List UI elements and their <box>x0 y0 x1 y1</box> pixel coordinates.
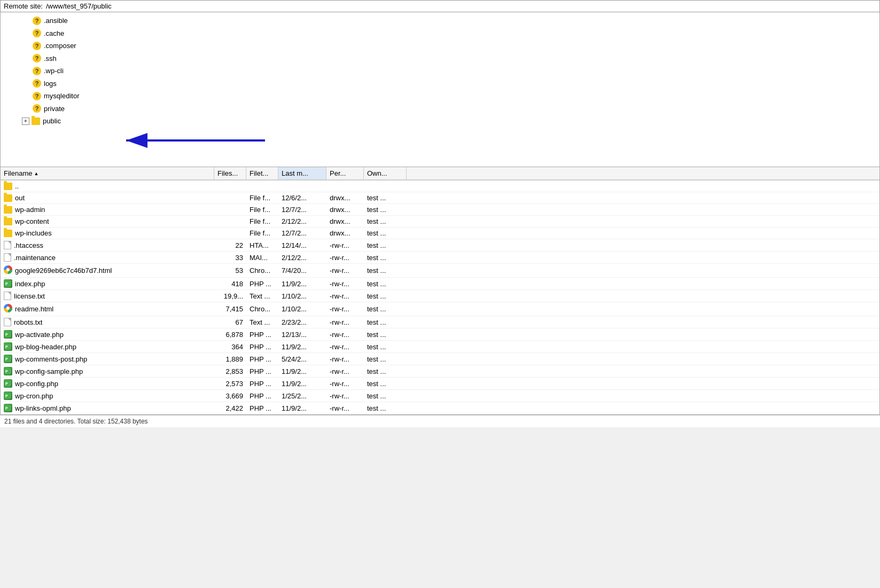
cell-filename: readme.html <box>1 303 214 315</box>
tree-item-ssh[interactable]: ?.ssh <box>1 52 879 65</box>
cell-filesize: 2,573 <box>214 379 246 389</box>
filename-text: wp-admin <box>15 206 45 214</box>
col-header-filetype[interactable]: Filet... <box>246 167 278 179</box>
cell-filename: google9269eb6c7c46b7d7.html <box>1 264 214 277</box>
cell-owner: test ... <box>364 379 407 389</box>
filename-text: robots.txt <box>14 318 42 326</box>
cell-lastmod: 2/23/2... <box>278 317 326 327</box>
file-row[interactable]: P wp-activate.php6,878PHP ...12/13/...-r… <box>1 328 879 341</box>
tree-item-cache[interactable]: ?.cache <box>1 27 879 40</box>
cell-filetype: Chro... <box>246 304 278 314</box>
question-icon-wpcli: ? <box>33 67 41 75</box>
cell-owner: test ... <box>364 265 407 276</box>
file-rows: ..outFile f...12/6/2...drwx...test ...wp… <box>1 181 879 414</box>
cell-lastmod: 11/9/2... <box>278 403 326 413</box>
question-icon-logs: ? <box>33 79 41 88</box>
cell-filetype: PHP ... <box>246 342 278 352</box>
filename-text: out <box>15 194 25 202</box>
file-row[interactable]: wp-adminFile f...12/7/2...drwx...test ..… <box>1 204 879 216</box>
file-row[interactable]: P wp-config-sample.php2,853PHP ...11/9/2… <box>1 365 879 378</box>
cell-filename: wp-admin <box>1 205 214 215</box>
sort-arrow-filename: ▲ <box>34 171 38 176</box>
cell-perm: -rw-r... <box>326 391 364 401</box>
file-row[interactable]: readme.html7,415Chro...1/10/2...-rw-r...… <box>1 302 879 316</box>
cell-filename: .. <box>1 181 214 191</box>
file-row[interactable]: P wp-cron.php3,669PHP ...1/25/2...-rw-r.… <box>1 390 879 402</box>
tree-item-name-public: public <box>43 116 61 127</box>
cell-perm: drwx... <box>326 193 364 203</box>
file-row[interactable]: wp-contentFile f...2/12/2...drwx...test … <box>1 216 879 228</box>
file-row[interactable]: .htaccess22HTA...12/14/...-rw-r...test .… <box>1 239 879 252</box>
cell-lastmod: 5/24/2... <box>278 354 326 364</box>
tree-item-wpcli[interactable]: ?.wp-cli <box>1 65 879 77</box>
question-icon-ssh: ? <box>33 54 41 62</box>
cell-owner: test ... <box>364 330 407 340</box>
file-row[interactable]: .. <box>1 181 879 192</box>
expand-btn-public[interactable]: + <box>22 117 29 125</box>
cell-lastmod: 7/4/20... <box>278 265 326 276</box>
col-header-filename[interactable]: Filename ▲ <box>1 167 214 179</box>
tree-item-composer[interactable]: ?.composer <box>1 40 879 52</box>
cell-owner: test ... <box>364 253 407 263</box>
file-icon <box>4 253 11 262</box>
cell-owner: test ... <box>364 391 407 401</box>
cell-perm: drwx... <box>326 228 364 238</box>
cell-owner: test ... <box>364 342 407 352</box>
col-header-lastmod[interactable]: Last m... <box>278 167 326 179</box>
filename-text: wp-config.php <box>15 380 58 388</box>
tree-panel: ?.ansible?.cache?.composer?.ssh?.wp-cli?… <box>0 12 880 167</box>
cell-filename: P wp-cron.php <box>1 390 214 401</box>
tree-item-ansible[interactable]: ?.ansible <box>1 14 879 27</box>
filename-text: index.php <box>15 280 45 288</box>
php-icon: P <box>4 330 12 339</box>
file-row[interactable]: outFile f...12/6/2...drwx...test ... <box>1 192 879 204</box>
file-icon <box>4 241 11 249</box>
svg-text:P: P <box>5 333 8 336</box>
cell-filesize: 7,415 <box>214 304 246 314</box>
tree-item-private[interactable]: ?private <box>1 103 879 115</box>
filename-text: google9269eb6c7c46b7d7.html <box>15 266 112 275</box>
php-icon: P <box>4 342 12 351</box>
folder-icon <box>4 230 12 237</box>
tree-item-mysqleditor[interactable]: ?mysqleditor <box>1 90 879 103</box>
file-row[interactable]: robots.txt67Text ...2/23/2...-rw-r...tes… <box>1 316 879 328</box>
col-header-perm[interactable]: Per... <box>326 167 364 179</box>
file-row[interactable]: P index.php418PHP ...11/9/2...-rw-r...te… <box>1 278 879 290</box>
folder-icon <box>4 206 12 214</box>
cell-filesize <box>214 197 246 199</box>
php-icon: P <box>4 367 12 375</box>
file-row[interactable]: license.txt19,9...Text ...1/10/2...-rw-r… <box>1 290 879 302</box>
cell-filename: wp-content <box>1 216 214 226</box>
cell-filetype: File f... <box>246 193 278 203</box>
cell-perm: drwx... <box>326 205 364 215</box>
chrome-icon <box>4 265 12 276</box>
cell-lastmod: 12/14/... <box>278 240 326 250</box>
file-row[interactable]: wp-includesFile f...12/7/2...drwx...test… <box>1 228 879 239</box>
tree-item-logs[interactable]: ?logs <box>1 77 879 90</box>
php-icon: P <box>4 279 12 288</box>
cell-owner: test ... <box>364 354 407 364</box>
tree-item-name-mysqleditor: mysqleditor <box>44 91 79 101</box>
cell-owner <box>364 185 407 187</box>
file-row[interactable]: P wp-comments-post.php1,889PHP ...5/24/2… <box>1 353 879 365</box>
cell-filetype: File f... <box>246 205 278 215</box>
cell-lastmod <box>278 185 326 187</box>
filename-text: license.txt <box>14 292 45 300</box>
cell-perm: -rw-r... <box>326 354 364 364</box>
file-row[interactable]: .maintenance33MAI...2/12/2...-rw-r...tes… <box>1 252 879 264</box>
cell-filetype: HTA... <box>246 240 278 250</box>
cell-filetype <box>246 185 278 187</box>
col-header-owner[interactable]: Own... <box>364 167 407 179</box>
cell-filesize: 2,422 <box>214 403 246 413</box>
file-row[interactable]: P wp-links-opml.php2,422PHP ...11/9/2...… <box>1 402 879 414</box>
file-row[interactable]: P wp-config.php2,573PHP ...11/9/2...-rw-… <box>1 378 879 390</box>
svg-text:P: P <box>5 394 8 398</box>
cell-lastmod: 12/7/2... <box>278 205 326 215</box>
file-icon <box>4 318 11 326</box>
cell-lastmod: 11/9/2... <box>278 366 326 377</box>
cell-lastmod: 1/10/2... <box>278 291 326 301</box>
file-row[interactable]: P wp-blog-header.php364PHP ...11/9/2...-… <box>1 341 879 353</box>
cell-filename: P wp-config-sample.php <box>1 366 214 377</box>
col-header-filesize[interactable]: Files... <box>214 167 246 179</box>
file-row[interactable]: google9269eb6c7c46b7d7.html53Chro...7/4/… <box>1 264 879 278</box>
